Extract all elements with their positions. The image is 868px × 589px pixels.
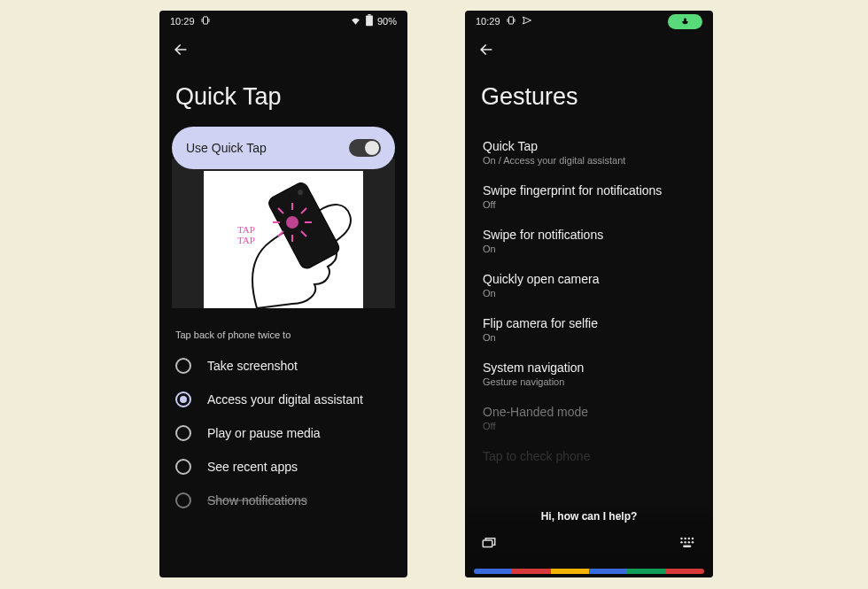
tap-caption: TAP xyxy=(237,224,255,235)
svg-text:TAP: TAP xyxy=(237,235,255,245)
item-subtitle: On xyxy=(483,332,695,343)
radio-icon xyxy=(175,358,191,374)
svg-point-5 xyxy=(287,217,298,228)
radio-icon xyxy=(175,492,191,508)
radio-digital-assistant[interactable]: Access your digital assistant xyxy=(167,383,400,416)
use-quick-tap-toggle-row[interactable]: Use Quick Tap xyxy=(172,127,395,169)
radio-label: Take screenshot xyxy=(207,359,298,373)
gesture-item-tap-to-check[interactable]: Tap to check phone xyxy=(465,440,713,472)
item-title: One-Handed mode xyxy=(483,405,695,419)
item-title: Swipe fingerprint for notifications xyxy=(483,183,695,198)
item-title: Flip camera for selfie xyxy=(483,316,695,330)
item-subtitle: On xyxy=(483,288,695,298)
toggle-label: Use Quick Tap xyxy=(186,141,267,155)
gesture-item-open-camera[interactable]: Quickly open camera On xyxy=(465,263,713,307)
item-subtitle: On xyxy=(483,244,695,254)
svg-rect-2 xyxy=(368,14,370,16)
item-title: Quick Tap xyxy=(483,139,695,153)
item-title: System navigation xyxy=(483,360,695,375)
back-button[interactable] xyxy=(477,41,495,58)
svg-point-9 xyxy=(680,538,683,540)
svg-rect-7 xyxy=(508,17,513,24)
svg-point-11 xyxy=(688,538,691,540)
status-bar: 10:29 xyxy=(465,11,713,32)
back-button[interactable] xyxy=(172,41,190,58)
assistant-overlay: Hi, how can I help? xyxy=(465,501,713,577)
svg-point-16 xyxy=(692,541,694,544)
gesture-item-one-handed[interactable]: One-Handed mode Off xyxy=(465,396,713,440)
quick-tap-screen: 10:29 90% Quick Tap Use Quick Tap xyxy=(159,11,407,577)
radio-icon xyxy=(175,425,191,441)
radio-play-pause-media[interactable]: Play or pause media xyxy=(167,416,400,450)
svg-point-15 xyxy=(688,541,691,544)
svg-point-14 xyxy=(684,541,686,544)
svg-point-12 xyxy=(692,538,694,540)
radio-icon xyxy=(175,459,191,475)
svg-point-13 xyxy=(680,541,683,544)
battery-icon xyxy=(365,14,374,28)
status-bar: 10:29 90% xyxy=(159,11,407,32)
gesture-item-system-navigation[interactable]: System navigation Gesture navigation xyxy=(465,352,713,396)
radio-label: Access your digital assistant xyxy=(207,392,363,407)
status-time: 10:29 xyxy=(476,16,500,27)
radio-label: Play or pause media xyxy=(207,426,321,440)
item-subtitle: Off xyxy=(483,421,695,431)
vibrate-icon xyxy=(506,15,516,27)
svg-rect-0 xyxy=(203,17,207,24)
item-title: Swipe for notifications xyxy=(483,228,695,242)
gestures-list: Quick Tap On / Access your digital assis… xyxy=(465,127,713,472)
assistant-suggestion-icon[interactable] xyxy=(481,535,497,554)
battery-percent: 90% xyxy=(377,16,397,27)
send-icon xyxy=(522,15,532,27)
radio-label: Show notifications xyxy=(207,493,307,508)
svg-rect-8 xyxy=(483,540,492,547)
svg-rect-1 xyxy=(366,16,373,27)
vibrate-icon xyxy=(200,15,211,27)
radio-see-recent-apps[interactable]: See recent apps xyxy=(167,450,400,484)
keyboard-icon[interactable] xyxy=(679,536,697,554)
radio-show-notifications[interactable]: Show notifications xyxy=(167,484,400,517)
mic-active-pill[interactable] xyxy=(668,14,702,29)
item-subtitle: Off xyxy=(483,199,695,210)
quick-tap-action-list: Take screenshot Access your digital assi… xyxy=(159,349,407,517)
toggle-switch[interactable] xyxy=(349,139,381,157)
quick-tap-illustration: TAP TAP xyxy=(172,159,395,308)
assistant-prompt: Hi, how can I help? xyxy=(541,510,638,523)
radio-label: See recent apps xyxy=(207,460,298,474)
item-subtitle: On / Access your digital assistant xyxy=(483,155,695,166)
item-title: Quickly open camera xyxy=(483,272,695,286)
radio-take-screenshot[interactable]: Take screenshot xyxy=(167,349,400,383)
status-time: 10:29 xyxy=(170,16,195,27)
svg-rect-17 xyxy=(683,546,691,548)
wifi-icon xyxy=(350,15,361,28)
item-title: Tap to check phone xyxy=(483,449,695,463)
gestures-screen: 10:29 Gestures Quick Tap On / Access you… xyxy=(465,11,713,577)
svg-point-10 xyxy=(684,538,686,540)
assistant-color-bar xyxy=(474,569,704,574)
gesture-item-flip-camera[interactable]: Flip camera for selfie On xyxy=(465,307,713,352)
page-title: Quick Tap xyxy=(159,64,407,127)
radio-icon xyxy=(175,391,191,407)
item-subtitle: Gesture navigation xyxy=(483,376,695,387)
page-title: Gestures xyxy=(465,64,713,127)
section-label: Tap back of phone twice to xyxy=(159,308,407,349)
gesture-item-swipe-notifications[interactable]: Swipe for notifications On xyxy=(465,219,713,263)
gesture-item-swipe-fingerprint[interactable]: Swipe fingerprint for notifications Off xyxy=(465,174,713,219)
gesture-item-quick-tap[interactable]: Quick Tap On / Access your digital assis… xyxy=(465,130,713,174)
